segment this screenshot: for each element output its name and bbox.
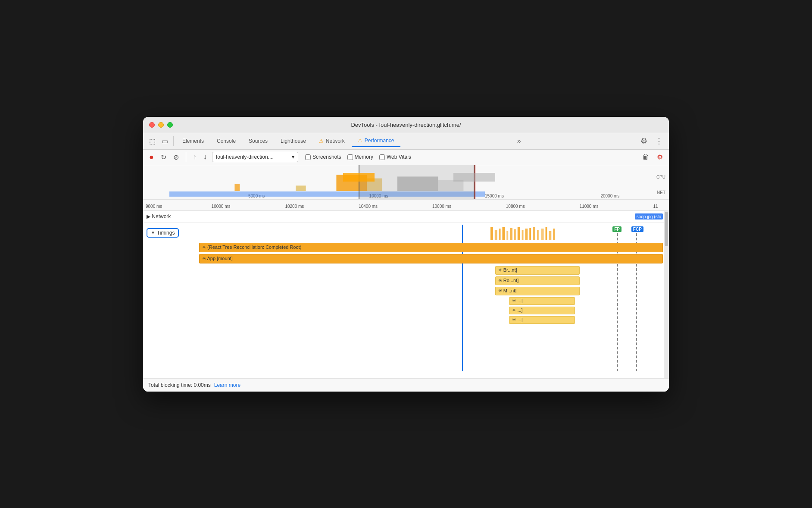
tick-10600: 10600 ms [432, 204, 451, 209]
inspector-icon[interactable]: ⬚ [147, 135, 158, 147]
tab-network[interactable]: ⚠ Network [313, 135, 351, 147]
download-button[interactable]: ↓ [202, 151, 209, 163]
traffic-lights [149, 122, 173, 128]
tick-11-partial: 11 [653, 204, 658, 209]
svg-rect-0 [234, 184, 240, 191]
titlebar: DevTools - foul-heavenly-direction.glitc… [143, 117, 669, 133]
fp-badge: FP [612, 226, 621, 232]
divider2 [186, 152, 186, 162]
options-group: Screenshots Memory Web Vitals [305, 154, 411, 160]
svg-rect-13 [518, 227, 520, 240]
network-track-content: soop.jpg (sto [199, 211, 669, 223]
network-item-soop[interactable]: soop.jpg (sto [635, 213, 663, 220]
dropdown-arrow-icon: ▾ [292, 154, 294, 160]
url-selector[interactable]: foul-heavenly-direction.... ▾ [212, 152, 298, 162]
dots1-bar[interactable]: ✳ ...] [509, 297, 575, 305]
selection-overlay[interactable] [359, 165, 474, 199]
learn-more-link[interactable]: Learn more [214, 382, 240, 388]
memory-checkbox[interactable]: Memory [347, 154, 373, 160]
performance-warning-icon: ⚠ [358, 138, 362, 144]
svg-rect-21 [549, 231, 551, 240]
svg-rect-17 [533, 227, 535, 240]
tick-10800: 10800 ms [506, 204, 525, 209]
tabs-bar: ⬚ ▭ Elements Console Sources Lighthouse … [143, 133, 669, 150]
tab-elements[interactable]: Elements [176, 135, 210, 147]
net-label: NET [657, 190, 665, 195]
close-button[interactable] [149, 122, 155, 128]
svg-rect-8 [499, 229, 500, 240]
svg-rect-11 [510, 228, 512, 240]
ruler-tick-20000: 20000 ms [600, 194, 619, 198]
timeline-overview[interactable]: 5000 ms 10000 ms 15000 ms 20000 ms CPU N… [143, 165, 669, 200]
react-tree-bar[interactable]: ✳ (React Tree Reconciliation: Completed … [199, 243, 663, 252]
status-bar: Total blocking time: 0.00ms Learn more [143, 378, 669, 392]
clear-button[interactable]: 🗑 [640, 151, 651, 163]
tick-10400: 10400 ms [359, 204, 378, 209]
timings-track-label[interactable]: ▼ Timings [143, 225, 199, 238]
network-track: ▶ Network soop.jpg (sto [143, 211, 669, 223]
network-warning-icon: ⚠ [319, 138, 324, 144]
settings-button[interactable]: ⚙ [638, 135, 650, 147]
upload-button[interactable]: ↑ [191, 151, 198, 163]
tab-lighthouse[interactable]: Lighthouse [275, 135, 312, 147]
more-tabs-button[interactable]: » [517, 137, 521, 145]
svg-rect-15 [525, 229, 528, 240]
timings-label: Timings [157, 230, 175, 236]
svg-rect-14 [522, 230, 523, 240]
ro-nt-bar[interactable]: ✳ Ro...nt] [495, 276, 580, 285]
cpu-label: CPU [656, 175, 665, 179]
block-button[interactable]: ⊘ [172, 151, 181, 163]
svg-rect-6 [490, 227, 493, 240]
ruler-tick-15000: 15000 ms [485, 194, 504, 198]
minimize-button[interactable] [158, 122, 164, 128]
red-time-marker [475, 165, 475, 199]
svg-rect-10 [506, 231, 508, 240]
svg-rect-9 [502, 227, 505, 240]
svg-rect-19 [541, 229, 544, 240]
tick-10000: 10000 ms [212, 204, 231, 209]
tab-sources[interactable]: Sources [243, 135, 274, 147]
svg-rect-7 [495, 230, 497, 240]
web-vitals-checkbox[interactable]: Web Vitals [379, 154, 411, 160]
maximize-button[interactable] [167, 122, 173, 128]
network-track-label[interactable]: ▶ Network [143, 213, 199, 220]
svg-rect-22 [553, 229, 555, 240]
device-icon[interactable]: ▭ [159, 135, 171, 147]
timings-track: ▼ Timings FP FCP [143, 223, 669, 378]
devtools-window: DevTools - foul-heavenly-direction.glitc… [143, 117, 669, 392]
app-mount-bar[interactable]: ✳ App [mount] [199, 254, 663, 263]
timings-highlight-box: ▼ Timings [147, 228, 179, 238]
svg-rect-18 [537, 230, 539, 240]
svg-rect-12 [514, 229, 516, 240]
tick-10200: 10200 ms [285, 204, 304, 209]
timeline-area: 5000 ms 10000 ms 15000 ms 20000 ms CPU N… [143, 165, 669, 392]
svg-rect-20 [545, 227, 547, 240]
detail-ruler: 9800 ms 10000 ms 10200 ms 10400 ms 10600… [143, 200, 669, 211]
recording-toolbar: ● ↻ ⊘ ↑ ↓ foul-heavenly-direction.... ▾ … [143, 150, 669, 165]
divider [173, 136, 174, 146]
more-options-button[interactable]: ⋮ [653, 135, 665, 147]
blocking-time-text: Total blocking time: 0.00ms [148, 382, 211, 388]
record-button[interactable]: ● [147, 151, 156, 163]
tab-console[interactable]: Console [211, 135, 242, 147]
window-title: DevTools - foul-heavenly-direction.glitc… [351, 122, 461, 128]
dots2-bar[interactable]: ✳ ...] [509, 307, 575, 314]
dots3-bar[interactable]: ✳ ...] [509, 316, 575, 324]
timings-arrow: ▼ [151, 230, 155, 235]
timing-mini-bars [490, 227, 575, 240]
overview-flame-1 [343, 173, 375, 182]
m-nt-bar[interactable]: ✳ M...nt] [495, 287, 580, 295]
tick-11000: 11000 ms [580, 204, 599, 209]
svg-rect-3 [296, 185, 306, 191]
refresh-button[interactable]: ↻ [159, 151, 168, 163]
screenshots-checkbox[interactable]: Screenshots [305, 154, 341, 160]
tracks-area: ▶ Network soop.jpg (sto ▼ Timings [143, 211, 669, 378]
tab-performance[interactable]: ⚠ Performance [352, 135, 400, 147]
svg-rect-16 [529, 228, 531, 240]
scrollbar-thumb[interactable] [665, 212, 668, 246]
capture-settings-button[interactable]: ⚙ [655, 151, 665, 163]
tick-9800: 9800 ms [146, 204, 162, 209]
br-nt-bar[interactable]: ✳ Br...nt] [495, 266, 580, 275]
vertical-scrollbar[interactable] [664, 211, 669, 378]
fcp-badge: FCP [631, 226, 643, 232]
